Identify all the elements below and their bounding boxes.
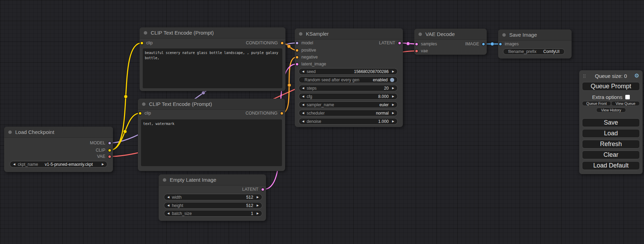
widget-value: 1.000 (378, 119, 389, 124)
increment-arrow-icon[interactable]: ▶ (102, 163, 104, 166)
node-vae-decode[interactable]: VAE Decode samples vae IMAGE (414, 29, 487, 55)
height-widget[interactable]: ◀ height 512 ▶ (164, 202, 262, 209)
decrement-arrow-icon[interactable]: ◀ (302, 103, 304, 106)
negative-prompt-textarea[interactable]: text, watermark (141, 119, 282, 166)
view-history-button[interactable]: View History (596, 108, 626, 112)
refresh-button[interactable]: Refresh (582, 140, 640, 148)
node-save-image[interactable]: Save Image images filename_prefix ComfyU… (498, 29, 572, 58)
increment-arrow-icon[interactable]: ▶ (392, 111, 394, 115)
increment-arrow-icon[interactable]: ▶ (392, 95, 394, 98)
clip-output-port[interactable] (108, 148, 112, 152)
slot-label: clip (144, 111, 151, 116)
conditioning-output-port[interactable] (280, 111, 284, 115)
toggle-enabled-icon[interactable] (390, 78, 394, 82)
node-ksampler[interactable]: KSampler model positive negative latent_… (295, 28, 403, 127)
conditioning-output-port[interactable] (280, 41, 284, 45)
model-output-port[interactable] (108, 141, 112, 145)
view-queue-button[interactable]: View Queue (611, 101, 640, 106)
link-midpoint-dot[interactable] (406, 42, 410, 45)
increment-arrow-icon[interactable]: ▶ (257, 204, 259, 207)
link-midpoint-dot[interactable] (491, 42, 494, 46)
decrement-arrow-icon[interactable]: ◀ (167, 204, 169, 207)
denoise-widget[interactable]: ◀ denoise 1.000 ▶ (299, 118, 398, 125)
clip-input-port[interactable] (138, 111, 142, 115)
decrement-arrow-icon[interactable]: ◀ (13, 163, 15, 166)
save-button[interactable]: Save (582, 118, 640, 127)
node-header[interactable]: Load Checkpoint (4, 127, 113, 138)
node-header[interactable]: CLIP Text Encode (Prompt) (140, 27, 285, 38)
node-clip-text-encode-positive[interactable]: CLIP Text Encode (Prompt) clip CONDITION… (140, 27, 285, 91)
negative-input-port[interactable] (295, 55, 299, 59)
output-slot-model: MODEL (90, 139, 113, 146)
vae-input-port[interactable] (415, 49, 418, 53)
width-widget[interactable]: ◀ width 512 ▶ (164, 194, 262, 200)
increment-arrow-icon[interactable]: ▶ (257, 196, 259, 199)
gear-icon[interactable]: ⚙︎ (634, 72, 639, 79)
latent-image-input-port[interactable] (295, 62, 299, 66)
node-empty-latent-image[interactable]: Empty Latent Image LATENT ◀ width 512 ▶ … (159, 174, 266, 221)
positive-prompt-textarea[interactable]: beautiful scenery nature glass bottle la… (143, 48, 282, 88)
link-midpoint-dot[interactable] (287, 45, 291, 48)
node-canvas[interactable]: { "colors": { "model": "#B39DDB", "clip"… (0, 0, 644, 244)
random-seed-toggle-widget[interactable]: Random seed after every gen enabled (299, 76, 398, 83)
load-button[interactable]: Load (582, 129, 640, 138)
collapse-dot-icon[interactable] (299, 32, 302, 36)
batch-size-widget[interactable]: ◀ batch_size 1 ▶ (164, 210, 262, 217)
slot-label: vae (421, 48, 428, 53)
node-title: Load Checkpoint (15, 129, 54, 135)
increment-arrow-icon[interactable]: ▶ (392, 70, 394, 73)
collapse-dot-icon[interactable] (502, 33, 506, 37)
link-midpoint-dot[interactable] (288, 83, 291, 87)
positive-input-port[interactable] (295, 48, 299, 52)
widget-label: filename_prefix (508, 49, 536, 54)
link-midpoint-dot[interactable] (123, 130, 127, 133)
queue-panel[interactable]: Queue size: 0 ⚙︎ Queue Prompt Extra opti… (579, 70, 643, 174)
samples-input-port[interactable] (415, 42, 418, 46)
node-header[interactable]: KSampler (295, 28, 403, 39)
steps-widget[interactable]: ◀ steps 20 ▶ (299, 85, 398, 91)
queue-front-button[interactable]: Queue Front (582, 101, 611, 106)
collapse-dot-icon[interactable] (144, 31, 147, 35)
vae-output-port[interactable] (108, 155, 112, 159)
clip-input-port[interactable] (140, 41, 144, 45)
collapse-dot-icon[interactable] (163, 178, 166, 182)
node-clip-text-encode-negative[interactable]: CLIP Text Encode (Prompt) clip CONDITION… (138, 99, 285, 171)
extra-options-checkbox[interactable] (625, 95, 630, 99)
link-midpoint-dot[interactable] (124, 95, 127, 98)
decrement-arrow-icon[interactable]: ◀ (302, 70, 304, 73)
cfg-widget[interactable]: ◀ cfg 8.000 ▶ (299, 93, 398, 100)
images-input-port[interactable] (499, 42, 502, 46)
node-load-checkpoint[interactable]: Load Checkpoint MODEL CLIP VAE ◀ ckpt_na… (4, 127, 113, 172)
increment-arrow-icon[interactable]: ▶ (257, 212, 259, 215)
collapse-dot-icon[interactable] (142, 102, 145, 106)
seed-widget[interactable]: ◀ seed 156680208700286 ▶ (299, 68, 398, 75)
decrement-arrow-icon[interactable]: ◀ (302, 120, 304, 123)
link-midpoint-dot[interactable] (202, 91, 205, 94)
widget-value: euler (379, 102, 389, 107)
clear-button[interactable]: Clear (582, 151, 640, 159)
node-header[interactable]: Empty Latent Image (159, 174, 266, 186)
decrement-arrow-icon[interactable]: ◀ (167, 196, 169, 199)
collapse-dot-icon[interactable] (418, 33, 422, 36)
scheduler-widget[interactable]: ◀ scheduler normal ▶ (299, 110, 398, 116)
decrement-arrow-icon[interactable]: ◀ (167, 212, 169, 215)
model-input-port[interactable] (295, 41, 299, 45)
decrement-arrow-icon[interactable]: ◀ (302, 87, 304, 90)
image-output-port[interactable] (482, 42, 485, 46)
node-header[interactable]: VAE Decode (414, 29, 487, 40)
queue-prompt-button[interactable]: Queue Prompt (582, 82, 640, 91)
collapse-dot-icon[interactable] (8, 130, 12, 134)
filename-prefix-widget[interactable]: filename_prefix ComfyUI (503, 48, 565, 55)
node-header[interactable]: CLIP Text Encode (Prompt) (138, 99, 285, 110)
load-default-button[interactable]: Load Default (582, 161, 640, 170)
increment-arrow-icon[interactable]: ▶ (392, 120, 394, 123)
sampler-name-widget[interactable]: ◀ sampler_name euler ▶ (299, 101, 398, 108)
ckpt-name-widget[interactable]: ◀ ckpt_name v1-5-pruned-emaonly.ckpt ▶ (10, 161, 107, 168)
node-header[interactable]: Save Image (498, 29, 572, 40)
latent-output-port[interactable] (398, 41, 402, 45)
increment-arrow-icon[interactable]: ▶ (392, 87, 394, 90)
increment-arrow-icon[interactable]: ▶ (392, 103, 394, 106)
decrement-arrow-icon[interactable]: ◀ (302, 95, 304, 98)
latent-output-port[interactable] (261, 188, 265, 191)
decrement-arrow-icon[interactable]: ◀ (302, 111, 304, 115)
